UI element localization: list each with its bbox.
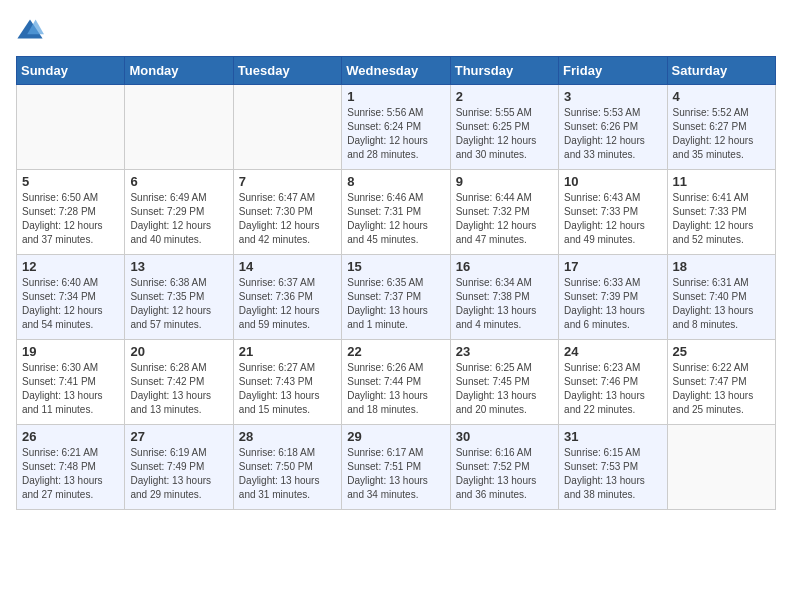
day-number: 23	[456, 344, 553, 359]
day-number: 12	[22, 259, 119, 274]
calendar-cell: 25Sunrise: 6:22 AM Sunset: 7:47 PM Dayli…	[667, 340, 775, 425]
day-number: 18	[673, 259, 770, 274]
weekday-header-wednesday: Wednesday	[342, 57, 450, 85]
day-info: Sunrise: 5:55 AM Sunset: 6:25 PM Dayligh…	[456, 106, 553, 162]
calendar-cell: 2Sunrise: 5:55 AM Sunset: 6:25 PM Daylig…	[450, 85, 558, 170]
day-number: 8	[347, 174, 444, 189]
day-info: Sunrise: 6:38 AM Sunset: 7:35 PM Dayligh…	[130, 276, 227, 332]
day-number: 11	[673, 174, 770, 189]
day-number: 5	[22, 174, 119, 189]
day-info: Sunrise: 6:15 AM Sunset: 7:53 PM Dayligh…	[564, 446, 661, 502]
day-info: Sunrise: 6:19 AM Sunset: 7:49 PM Dayligh…	[130, 446, 227, 502]
calendar-cell: 19Sunrise: 6:30 AM Sunset: 7:41 PM Dayli…	[17, 340, 125, 425]
weekday-header-thursday: Thursday	[450, 57, 558, 85]
calendar-cell: 1Sunrise: 5:56 AM Sunset: 6:24 PM Daylig…	[342, 85, 450, 170]
calendar-cell: 28Sunrise: 6:18 AM Sunset: 7:50 PM Dayli…	[233, 425, 341, 510]
day-number: 4	[673, 89, 770, 104]
day-info: Sunrise: 6:18 AM Sunset: 7:50 PM Dayligh…	[239, 446, 336, 502]
logo-icon	[16, 16, 44, 44]
day-number: 30	[456, 429, 553, 444]
weekday-header-saturday: Saturday	[667, 57, 775, 85]
day-number: 10	[564, 174, 661, 189]
calendar-cell	[125, 85, 233, 170]
calendar-cell: 20Sunrise: 6:28 AM Sunset: 7:42 PM Dayli…	[125, 340, 233, 425]
calendar-cell: 5Sunrise: 6:50 AM Sunset: 7:28 PM Daylig…	[17, 170, 125, 255]
calendar-week-row: 1Sunrise: 5:56 AM Sunset: 6:24 PM Daylig…	[17, 85, 776, 170]
day-number: 19	[22, 344, 119, 359]
day-info: Sunrise: 6:33 AM Sunset: 7:39 PM Dayligh…	[564, 276, 661, 332]
day-info: Sunrise: 5:53 AM Sunset: 6:26 PM Dayligh…	[564, 106, 661, 162]
calendar-cell	[233, 85, 341, 170]
day-number: 28	[239, 429, 336, 444]
calendar-week-row: 5Sunrise: 6:50 AM Sunset: 7:28 PM Daylig…	[17, 170, 776, 255]
weekday-header-monday: Monday	[125, 57, 233, 85]
calendar-cell: 29Sunrise: 6:17 AM Sunset: 7:51 PM Dayli…	[342, 425, 450, 510]
day-info: Sunrise: 6:35 AM Sunset: 7:37 PM Dayligh…	[347, 276, 444, 332]
day-info: Sunrise: 6:30 AM Sunset: 7:41 PM Dayligh…	[22, 361, 119, 417]
day-info: Sunrise: 6:40 AM Sunset: 7:34 PM Dayligh…	[22, 276, 119, 332]
day-info: Sunrise: 6:27 AM Sunset: 7:43 PM Dayligh…	[239, 361, 336, 417]
day-info: Sunrise: 6:28 AM Sunset: 7:42 PM Dayligh…	[130, 361, 227, 417]
day-info: Sunrise: 6:22 AM Sunset: 7:47 PM Dayligh…	[673, 361, 770, 417]
day-number: 13	[130, 259, 227, 274]
calendar-cell: 9Sunrise: 6:44 AM Sunset: 7:32 PM Daylig…	[450, 170, 558, 255]
calendar-cell: 3Sunrise: 5:53 AM Sunset: 6:26 PM Daylig…	[559, 85, 667, 170]
day-number: 15	[347, 259, 444, 274]
day-number: 9	[456, 174, 553, 189]
day-number: 31	[564, 429, 661, 444]
weekday-header-row: SundayMondayTuesdayWednesdayThursdayFrid…	[17, 57, 776, 85]
calendar-cell: 21Sunrise: 6:27 AM Sunset: 7:43 PM Dayli…	[233, 340, 341, 425]
calendar-cell: 13Sunrise: 6:38 AM Sunset: 7:35 PM Dayli…	[125, 255, 233, 340]
calendar-cell	[17, 85, 125, 170]
day-info: Sunrise: 5:52 AM Sunset: 6:27 PM Dayligh…	[673, 106, 770, 162]
day-number: 2	[456, 89, 553, 104]
calendar-cell: 23Sunrise: 6:25 AM Sunset: 7:45 PM Dayli…	[450, 340, 558, 425]
calendar-cell: 16Sunrise: 6:34 AM Sunset: 7:38 PM Dayli…	[450, 255, 558, 340]
calendar-week-row: 19Sunrise: 6:30 AM Sunset: 7:41 PM Dayli…	[17, 340, 776, 425]
day-info: Sunrise: 6:41 AM Sunset: 7:33 PM Dayligh…	[673, 191, 770, 247]
day-number: 24	[564, 344, 661, 359]
day-number: 22	[347, 344, 444, 359]
page-header	[16, 16, 776, 44]
calendar-cell: 30Sunrise: 6:16 AM Sunset: 7:52 PM Dayli…	[450, 425, 558, 510]
calendar-cell: 17Sunrise: 6:33 AM Sunset: 7:39 PM Dayli…	[559, 255, 667, 340]
calendar-cell: 31Sunrise: 6:15 AM Sunset: 7:53 PM Dayli…	[559, 425, 667, 510]
day-number: 16	[456, 259, 553, 274]
day-number: 1	[347, 89, 444, 104]
day-number: 14	[239, 259, 336, 274]
calendar-cell: 27Sunrise: 6:19 AM Sunset: 7:49 PM Dayli…	[125, 425, 233, 510]
day-info: Sunrise: 6:43 AM Sunset: 7:33 PM Dayligh…	[564, 191, 661, 247]
calendar-cell: 15Sunrise: 6:35 AM Sunset: 7:37 PM Dayli…	[342, 255, 450, 340]
day-number: 7	[239, 174, 336, 189]
calendar-cell: 10Sunrise: 6:43 AM Sunset: 7:33 PM Dayli…	[559, 170, 667, 255]
day-info: Sunrise: 6:37 AM Sunset: 7:36 PM Dayligh…	[239, 276, 336, 332]
calendar-cell: 26Sunrise: 6:21 AM Sunset: 7:48 PM Dayli…	[17, 425, 125, 510]
day-number: 25	[673, 344, 770, 359]
day-info: Sunrise: 6:44 AM Sunset: 7:32 PM Dayligh…	[456, 191, 553, 247]
calendar-table: SundayMondayTuesdayWednesdayThursdayFrid…	[16, 56, 776, 510]
day-info: Sunrise: 6:16 AM Sunset: 7:52 PM Dayligh…	[456, 446, 553, 502]
calendar-cell: 22Sunrise: 6:26 AM Sunset: 7:44 PM Dayli…	[342, 340, 450, 425]
weekday-header-sunday: Sunday	[17, 57, 125, 85]
weekday-header-friday: Friday	[559, 57, 667, 85]
day-number: 20	[130, 344, 227, 359]
calendar-cell	[667, 425, 775, 510]
day-number: 6	[130, 174, 227, 189]
logo	[16, 16, 48, 44]
day-info: Sunrise: 6:49 AM Sunset: 7:29 PM Dayligh…	[130, 191, 227, 247]
day-info: Sunrise: 6:17 AM Sunset: 7:51 PM Dayligh…	[347, 446, 444, 502]
calendar-cell: 11Sunrise: 6:41 AM Sunset: 7:33 PM Dayli…	[667, 170, 775, 255]
day-number: 29	[347, 429, 444, 444]
day-info: Sunrise: 6:47 AM Sunset: 7:30 PM Dayligh…	[239, 191, 336, 247]
weekday-header-tuesday: Tuesday	[233, 57, 341, 85]
day-info: Sunrise: 6:23 AM Sunset: 7:46 PM Dayligh…	[564, 361, 661, 417]
calendar-cell: 12Sunrise: 6:40 AM Sunset: 7:34 PM Dayli…	[17, 255, 125, 340]
day-info: Sunrise: 6:50 AM Sunset: 7:28 PM Dayligh…	[22, 191, 119, 247]
day-info: Sunrise: 6:21 AM Sunset: 7:48 PM Dayligh…	[22, 446, 119, 502]
calendar-week-row: 12Sunrise: 6:40 AM Sunset: 7:34 PM Dayli…	[17, 255, 776, 340]
calendar-cell: 6Sunrise: 6:49 AM Sunset: 7:29 PM Daylig…	[125, 170, 233, 255]
calendar-cell: 18Sunrise: 6:31 AM Sunset: 7:40 PM Dayli…	[667, 255, 775, 340]
day-number: 26	[22, 429, 119, 444]
day-number: 27	[130, 429, 227, 444]
calendar-cell: 7Sunrise: 6:47 AM Sunset: 7:30 PM Daylig…	[233, 170, 341, 255]
